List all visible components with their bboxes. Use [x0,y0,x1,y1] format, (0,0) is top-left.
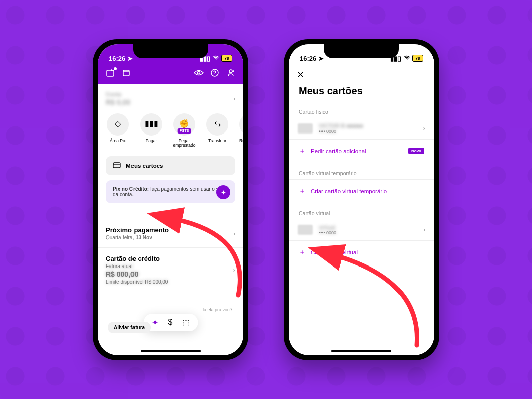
sparkle-icon[interactable]: ✦ [152,318,158,327]
wifi-icon [403,55,410,62]
battery-icon: 79 [412,55,423,62]
dollar-icon[interactable]: $ [168,318,173,327]
bottom-tab-bar[interactable]: ✦ $ ⬚ [144,314,198,331]
physical-card-row[interactable]: VICTOR B ■■■■■ •••• 0000 › [289,118,434,139]
promo-icon: ✦ [216,185,230,199]
section-temp-virtual-label: Cartão virtual temporário [289,163,434,179]
section-virtual-label: Cartão virtual [289,203,434,219]
chip-recarga[interactable]: ▢ Recarga de celular [236,113,243,149]
chevron-right-icon: › [233,95,235,102]
notch [133,44,208,58]
svg-rect-1 [123,70,129,76]
promo-card[interactable]: Pix no Crédito: faça pagamentos sem usar… [106,180,235,203]
account-label: Conta [106,91,130,97]
transfer-icon: ⇆ [214,119,221,128]
phone-left: 16:26 ➤ ▮▮▯ 79 [93,39,248,360]
card-icon [113,162,121,169]
plus-icon: ＋ [299,147,306,156]
footer-promo-fragment: la ela pra você. [203,307,233,312]
new-badge: Novo [408,148,424,154]
svg-point-4 [229,70,232,73]
app-header [98,64,243,84]
chevron-right-icon: › [233,230,235,237]
wifi-icon [212,55,219,62]
chip-transferir[interactable]: ⇆ Transferir [203,113,231,149]
add-photo-icon[interactable] [106,68,115,77]
pix-icon: ◇ [115,119,121,128]
chevron-right-icon: › [423,124,425,132]
chevron-right-icon: › [423,226,425,233]
quick-actions: ◇ Área Pix ▮▮▮ Pagar ✊ FGTS Pegar empres… [98,113,243,154]
status-time: 16:26 [300,55,316,62]
bag-icon[interactable]: ⬚ [182,318,190,327]
svg-point-2 [198,71,200,74]
status-time: 16:26 [109,55,125,62]
chip-area-pix[interactable]: ◇ Área Pix [104,113,132,149]
credit-card-row[interactable]: Cartão de crédito Fatura atual R$ 000,00… [98,248,243,292]
chip-pagar[interactable]: ▮▮▮ Pagar [137,113,165,149]
carousel-dots: ● ● ● [98,209,243,215]
home-indicator [141,350,201,352]
chevron-right-icon: › [233,266,235,274]
next-payment-row[interactable]: Próximo pagamento Quarta-feira, 13 Nov › [98,219,243,247]
my-cards-tile[interactable]: Meus cartões [106,156,235,175]
plus-icon: ＋ [299,248,306,257]
fgts-badge: FGTS [178,128,191,134]
battery-icon: 79 [221,55,232,62]
invite-icon[interactable] [226,68,235,77]
create-temp-virtual-card[interactable]: ＋ Criar cartão virtual temporário [289,180,434,203]
chip-emprestado[interactable]: ✊ FGTS Pegar emprestado [170,113,198,149]
close-icon[interactable]: ✕ [297,69,304,80]
relieve-invoice-button[interactable]: Aliviar fatura [108,322,151,333]
help-icon[interactable] [210,68,219,77]
account-row[interactable]: Conta R$ 0,00 › [98,84,243,113]
calendar-icon[interactable] [122,68,131,77]
notch [324,44,399,58]
barcode-icon: ▮▮▮ [145,119,158,128]
phone-right: 16:26 ➤ ▮▮▯ 79 ✕ Meus cartões Cartão fís… [284,39,439,360]
request-additional-card[interactable]: ＋ Pedir cartão adicional Novo [289,140,434,163]
home-indicator [331,350,391,352]
page-title: Meus cartões [289,83,434,102]
card-thumb-icon [298,123,313,134]
hand-money-icon: ✊ [179,119,189,128]
eye-icon[interactable] [194,68,203,77]
location-icon: ➤ [318,55,324,62]
account-balance: R$ 0,00 [106,98,130,106]
card-thumb-icon [298,225,313,235]
create-virtual-card[interactable]: ＋ Criar cartão virtual [289,241,434,264]
svg-rect-0 [107,70,114,76]
location-icon: ➤ [127,55,133,62]
plus-icon: ＋ [299,187,306,196]
section-physical-label: Cartão físico [289,102,434,118]
svg-rect-5 [113,163,120,168]
virtual-card-row[interactable]: virtual •••• 0000 › [289,219,434,240]
